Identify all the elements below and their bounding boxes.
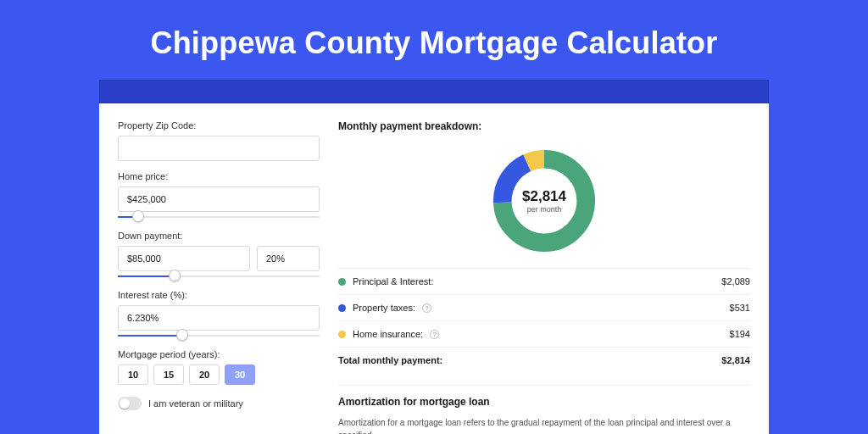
down-group: Down payment: (118, 231, 320, 280)
rate-input[interactable] (118, 305, 320, 331)
breakdown-value: $194 (730, 329, 750, 339)
donut-amount: $2,814 (522, 188, 566, 205)
veteran-row: I am veteran or military (118, 397, 320, 410)
price-input[interactable] (118, 186, 320, 212)
zip-group: Property Zip Code: (118, 120, 320, 161)
legend-dot (338, 304, 346, 312)
page-title: Chippewa County Mortgage Calculator (0, 25, 868, 61)
breakdown-label: Principal & Interest: (353, 276, 433, 287)
breakdown-row: Home insurance: ?$194 (338, 321, 750, 348)
breakdown-title: Monthly payment breakdown: (338, 120, 750, 132)
veteran-toggle[interactable] (118, 397, 142, 410)
form-panel: Property Zip Code: Home price: Down paym… (118, 120, 320, 434)
legend-dot (338, 278, 346, 286)
period-30[interactable]: 30 (225, 364, 255, 385)
tab-bar (99, 80, 769, 103)
period-label: Mortgage period (years): (118, 349, 320, 359)
amort-title: Amortization for mortgage loan (338, 396, 750, 408)
info-icon[interactable]: ? (422, 303, 431, 313)
breakdown-list: Principal & Interest:$2,089Property taxe… (338, 268, 750, 373)
down-label: Down payment: (118, 231, 320, 241)
breakdown-total: Total monthly payment:$2,814 (338, 348, 750, 373)
down-pct-input[interactable] (257, 246, 320, 271)
period-group: Mortgage period (years): 10152030 (118, 349, 320, 385)
breakdown-row: Property taxes: ?$531 (338, 295, 750, 321)
price-slider[interactable] (118, 214, 320, 220)
rate-group: Interest rate (%): (118, 290, 320, 339)
rate-slider[interactable] (118, 332, 320, 339)
amort-text: Amortization for a mortgage loan refers … (338, 416, 750, 434)
down-amount-input[interactable] (118, 246, 250, 271)
breakdown-value: $531 (730, 303, 750, 313)
rate-label: Interest rate (%): (118, 290, 320, 300)
breakdown-value: $2,089 (721, 276, 750, 287)
period-10[interactable]: 10 (118, 364, 148, 385)
hero: Chippewa County Mortgage Calculator (0, 0, 868, 80)
veteran-label: I am veteran or military (148, 398, 243, 409)
donut-sub: per month (527, 205, 562, 214)
breakdown-label: Home insurance: (353, 329, 423, 339)
period-buttons: 10152030 (118, 364, 320, 385)
breakdown-label: Property taxes: (353, 303, 415, 313)
calculator-card: Property Zip Code: Home price: Down paym… (99, 103, 769, 434)
info-icon[interactable]: ? (430, 330, 439, 339)
breakdown-row: Principal & Interest:$2,089 (338, 269, 750, 295)
price-group: Home price: (118, 171, 320, 220)
breakdown-panel: Monthly payment breakdown: $2,814 per mo… (338, 120, 750, 434)
zip-label: Property Zip Code: (118, 120, 320, 131)
zip-input[interactable] (118, 136, 320, 161)
period-20[interactable]: 20 (189, 364, 220, 385)
down-slider[interactable] (118, 273, 320, 280)
donut-chart: $2,814 per month (338, 141, 750, 268)
legend-dot (338, 331, 346, 338)
period-15[interactable]: 15 (153, 364, 184, 385)
amort-section: Amortization for mortgage loan Amortizat… (338, 385, 750, 434)
price-label: Home price: (118, 171, 320, 181)
